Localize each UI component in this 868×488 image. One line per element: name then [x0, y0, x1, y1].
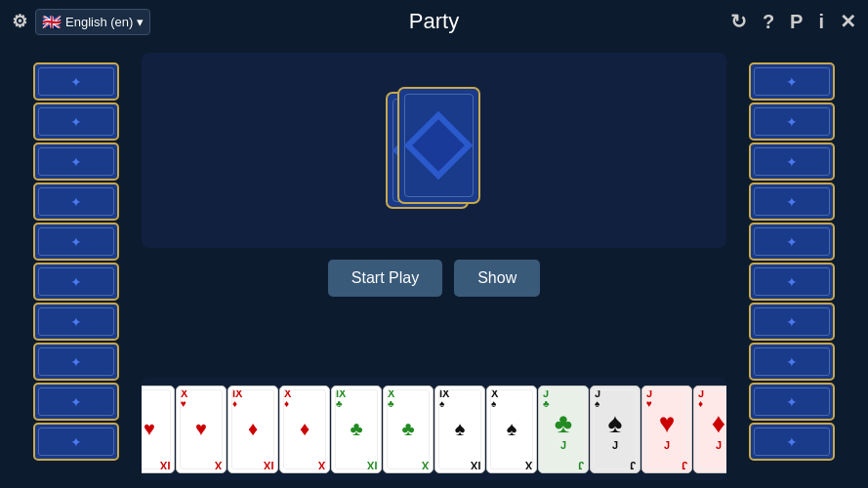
left-card-4: [33, 223, 119, 261]
card-rank-bottom: X: [215, 460, 222, 470]
card-rank-bottom: J: [630, 460, 636, 470]
right-card-9: [749, 423, 835, 461]
card-art: ♥: [142, 389, 171, 469]
help-icon[interactable]: ?: [763, 11, 774, 33]
card-art: ♥ J: [645, 389, 688, 469]
card-art: ♣: [335, 389, 378, 469]
hand-card-8[interactable]: J ♣ ♣ J J: [538, 386, 589, 473]
hand-card-1[interactable]: X ♥ ♥ X: [176, 386, 227, 473]
left-card-0: [33, 62, 119, 101]
right-card-6: [749, 303, 835, 341]
card-rank-bottom: IX: [160, 460, 170, 470]
card-art: ♦: [283, 389, 326, 469]
card-art: ♠ J: [594, 389, 637, 469]
card-rank-bottom: J: [578, 460, 584, 470]
hand-card-10[interactable]: J ♥ ♥ J J: [641, 386, 692, 473]
refresh-icon[interactable]: ↻: [730, 10, 747, 33]
center-deck: [386, 87, 483, 214]
action-buttons: Start Play Show: [142, 260, 726, 297]
left-card-2: [33, 142, 119, 181]
hand-card-5[interactable]: X ♣ ♣ X: [383, 386, 434, 473]
card-rank-bottom: J: [682, 460, 687, 470]
left-card-8: [33, 383, 119, 421]
right-card-5: [749, 263, 835, 301]
hand-card-9[interactable]: J ♠ ♠ J J: [590, 386, 641, 473]
hand-card-area: IX ♥ ♥ IX X ♥ ♥ X IX ♦ ♦ IX: [142, 378, 726, 480]
left-card-6: [33, 303, 119, 341]
show-button[interactable]: Show: [454, 260, 540, 297]
left-card-7: [33, 343, 119, 381]
settings-icon[interactable]: ⚙: [12, 11, 27, 32]
hand-card-11[interactable]: J ♦ ♦ J J: [693, 386, 726, 473]
language-selector[interactable]: 🇬🇧 English (en) ▾: [35, 9, 150, 35]
hand-card-7[interactable]: X ♠ ♠ X: [486, 386, 537, 473]
right-card-7: [749, 343, 835, 381]
center-play-area: [142, 53, 726, 248]
card-rank-bottom: IX: [471, 460, 480, 470]
header: ⚙ 🇬🇧 English (en) ▾ Party ↻ ? P i ✕: [0, 0, 868, 43]
close-icon[interactable]: ✕: [840, 10, 856, 33]
right-card-column: [743, 62, 841, 478]
info-icon[interactable]: i: [818, 11, 824, 33]
hand-card-4[interactable]: IX ♣ ♣ IX: [331, 386, 382, 473]
hand-card-0[interactable]: IX ♥ ♥ IX: [142, 386, 175, 473]
card-rank-bottom: X: [525, 460, 532, 470]
card-art: ♦: [231, 389, 274, 469]
right-card-8: [749, 383, 835, 421]
lang-label: English (en): [65, 15, 133, 29]
pin-icon[interactable]: P: [790, 11, 803, 33]
deck-card-front: [397, 87, 480, 204]
left-card-5: [33, 263, 119, 301]
chevron-down-icon: ▾: [137, 15, 144, 29]
left-card-3: [33, 183, 119, 221]
start-play-button[interactable]: Start Play: [328, 260, 442, 297]
left-card-1: [33, 102, 119, 141]
card-art: ♦ J: [697, 389, 726, 469]
hand-card-3[interactable]: X ♦ ♦ X: [279, 386, 330, 473]
left-card-column: [27, 62, 125, 478]
card-art: ♠: [490, 389, 533, 469]
header-left: ⚙ 🇬🇧 English (en) ▾: [12, 9, 150, 35]
header-right: ↻ ? P i ✕: [730, 10, 856, 33]
card-rank-bottom: IX: [264, 460, 273, 470]
hand-card-6[interactable]: IX ♠ ♠ IX: [434, 386, 485, 473]
card-rank-bottom: X: [422, 460, 429, 470]
card-art: ♥: [180, 389, 223, 469]
card-art: ♣: [387, 389, 430, 469]
right-card-0: [749, 62, 835, 101]
card-rank-bottom: IX: [367, 460, 377, 470]
card-art: ♠: [438, 389, 481, 469]
page-title: Party: [409, 9, 459, 34]
main-area: Start Play Show IX ♥ ♥ IX X ♥ ♥ X IX ♦: [0, 43, 868, 488]
right-card-1: [749, 102, 835, 141]
hand-card-2[interactable]: IX ♦ ♦ IX: [227, 386, 278, 473]
card-rank-bottom: X: [318, 460, 325, 470]
right-card-3: [749, 183, 835, 221]
card-art: ♣ J: [542, 389, 585, 469]
right-card-2: [749, 142, 835, 181]
left-card-9: [33, 423, 119, 461]
flag-icon: 🇬🇧: [42, 13, 62, 31]
right-card-4: [749, 223, 835, 261]
